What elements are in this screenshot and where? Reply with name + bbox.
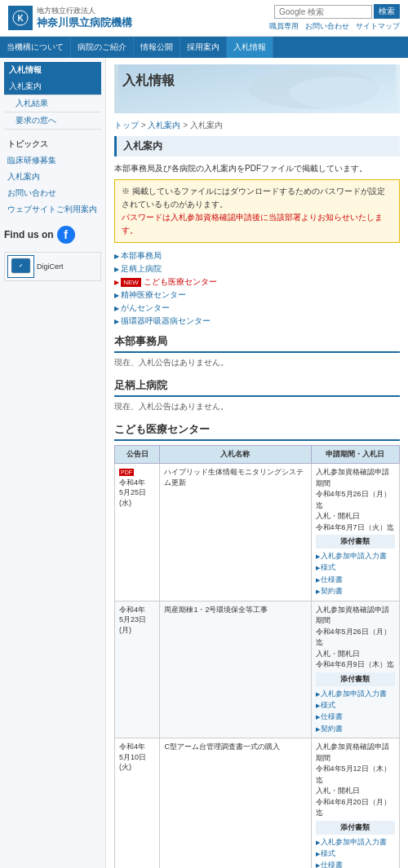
dept-kodomo-title: こども医療センター [114,422,400,441]
svg-point-6 [290,77,388,109]
digicert-logo: ✓ [7,255,34,278]
doc-links-3: 入札参加申請入力書 様式 仕様書 契約書 [316,836,396,868]
sidebar-section-topics: トピックス 臨床研修募集 入札案内 お問い合わせ ウェブサイトご利用案内 [4,136,101,218]
quick-link-kodomo[interactable]: NEWこども医療センター [114,275,400,289]
sitemap-link[interactable]: サイトマップ [356,21,400,32]
org-type-label: 地方独立行政法人 [37,6,132,16]
doc-link[interactable]: 入札参加申請入力書 [316,550,396,562]
table-row: PDF 令和4年5月25日(水) ハイブリッド生体情報モニタリングシステム更新 … [115,464,400,601]
sidebar-link-tender[interactable]: 入札案内 [7,172,40,181]
sidebar-link-web[interactable]: ウェブサイトご利用案内 [7,205,97,214]
table-row: 令和4年5月10日(火) C型アーム台管理調査書一式の購入 入札参加資格確認申請… [115,738,400,868]
org-name: 神奈川県立病院機構 [37,16,132,30]
kodomo-table: 公告日 入札名称 申請期間・入札日 PDF 令和4年5月25日(水) ハイブリッ… [114,445,400,868]
th-date-kodomo: 公告日 [115,446,160,464]
nav-info[interactable]: 情報公開 [134,37,180,58]
nav-recruit[interactable]: 採用案内 [180,37,227,58]
new-badge: NEW [121,278,141,287]
doc-links-1: 入札参加申請入力書 様式 仕様書 契約書 [316,550,396,597]
sidebar-link-result[interactable]: 入札結果 [16,99,48,108]
staff-link[interactable]: 職員専用 [269,21,299,32]
row1-date: PDF 令和4年5月25日(水) [115,464,160,601]
doc-link[interactable]: 仕様書 [316,859,396,868]
sidebar-item-request[interactable]: 要求の窓へ [4,112,101,130]
doc-link[interactable]: 様式 [316,562,396,573]
sidebar-topic-web[interactable]: ウェブサイトご利用案内 [4,201,101,218]
row2-name: 周産期棟1・2号環境保全等工事 [160,601,311,738]
nav-about[interactable]: 当機構について [0,37,71,58]
doc-link[interactable]: 仕様書 [316,711,396,722]
breadcrumb-current: 入札案内 [190,121,223,130]
nav-tender[interactable]: 入札情報 [227,37,273,58]
sidebar-item-tender-notice[interactable]: 入札案内 [4,78,101,95]
info-box: ※ 掲載しているファイルにはダウンロードするためのパスワードが設定されているもの… [114,179,400,243]
quick-link-gan[interactable]: がんセンター [114,302,400,315]
sidebar-link-contact[interactable]: お問い合わせ [7,188,56,197]
header-links: 職員専用 お問い合わせ サイトマップ [269,21,400,32]
main-nav: 当機構について 病院のご紹介 情報公開 採用案内 入札情報 [0,37,408,58]
doc-link[interactable]: 仕様書 [316,574,396,585]
svg-text:✓: ✓ [19,263,23,268]
docs-header-1: 添付書類 [316,535,396,549]
sidebar-topic-clinical[interactable]: 臨床研修募集 [4,152,101,169]
intro-text: 本部事務局及び各病院の入札案内をPDFファイルで掲載しています。 [114,163,400,174]
doc-link[interactable]: 契約書 [316,723,396,734]
doc-link[interactable]: 様式 [316,699,396,711]
find-us-section: Find us on f [4,226,101,244]
quick-link-honbu[interactable]: 本部事務局 [114,249,400,262]
logo-icon: K [8,6,33,30]
row3-deadline: 入札参加資格確認申請期間令和4年5月12日（木）迄入札・開札日令和4年6月20日… [311,738,400,868]
row3-date: 令和4年5月10日(火) [115,738,160,868]
sidebar-link-request[interactable]: 要求の窓へ [16,116,56,125]
breadcrumb-top[interactable]: トップ [114,121,139,130]
row1-deadline: 入札参加資格確認申請期間令和4年5月26日（月）迄入札・開札日令和4年6月7日（… [311,464,400,601]
doc-links-2: 入札参加申請入力書 様式 仕様書 契約書 [316,688,396,735]
main-content: 入札情報 トップ > 入札案内 > 入札案内 入札案内 本部事務局及び各病院の入… [106,58,408,868]
logo-text-block: 地方独立行政法人 神奈川県立病院機構 [37,6,132,30]
sidebar-section-tender: 入札情報 入札案内 入札結果 要求の窓へ [4,62,101,130]
doc-link[interactable]: 入札参加申請入力書 [316,836,396,848]
search-input[interactable] [274,5,372,19]
notice-prefix: ※ 掲載しているファイルにはダウンロードするためのパスワードが設定されているもの… [122,187,385,209]
sidebar-link-notice[interactable]: 入札案内 [9,82,42,90]
breadcrumb-section[interactable]: 入札案内 [148,121,180,130]
row2-deadline: 入札参加資格確認申請期間令和4年5月26日（月）迄入札・開札日令和4年6月9日（… [311,601,400,738]
page-title: 入札情報 [122,73,175,90]
content-wrap: 入札情報 入札案内 入札結果 要求の窓へ トピックス 臨床研修募集 入札案内 お… [0,58,408,868]
section-title: 入札案内 [114,136,400,156]
dept-ashigara-title: 足柄上病院 [114,378,400,397]
quick-links: 本部事務局 足柄上病院 NEWこども医療センター 精神医療センター がんセンター… [114,249,400,328]
notice-suffix: パスワードは入札参加資格確認申請後に当該部署よりお知らせいたします。 [122,213,383,235]
sidebar: 入札情報 入札案内 入札結果 要求の窓へ トピックス 臨床研修募集 入札案内 お… [0,58,106,868]
contact-link[interactable]: お問い合わせ [305,21,349,32]
docs-header-3: 添付書類 [316,821,396,835]
sidebar-link-clinical[interactable]: 臨床研修募集 [7,156,56,165]
docs-header-2: 添付書類 [316,672,396,686]
dept-ashigara-no-notice: 現在、入札公告はありません。 [114,401,400,412]
facebook-icon[interactable]: f [57,226,75,244]
sidebar-topic-contact[interactable]: お問い合わせ [4,185,101,201]
page-banner: 入札情報 [114,64,400,113]
find-us-label: Find us on [4,229,54,240]
dept-ashigara: 足柄上病院 現在、入札公告はありません。 [114,378,400,412]
doc-link[interactable]: 様式 [316,848,396,859]
quick-link-seishin[interactable]: 精神医療センター [114,289,400,302]
logo-area: K 地方独立行政法人 神奈川県立病院機構 [8,6,132,30]
th-deadline-kodomo: 申請期間・入札日 [311,446,400,464]
dept-kodomo: こども医療センター 公告日 入札名称 申請期間・入札日 PDF 令和4年5月25… [114,422,400,868]
row1-name: ハイブリッド生体情報モニタリングシステム更新 [160,464,311,601]
svg-text:K: K [17,14,24,23]
doc-link[interactable]: 入札参加申請入力書 [316,688,396,699]
dept-honbu: 本部事務局 現在、入札公告はありません。 [114,334,400,368]
row3-name: C型アーム台管理調査書一式の購入 [160,738,311,868]
quick-link-junkan[interactable]: 循環器呼吸器病センター [114,315,400,328]
search-button[interactable]: 検索 [374,4,400,19]
doc-link[interactable]: 契約書 [316,585,396,597]
sidebar-topic-tender[interactable]: 入札案内 [4,169,101,185]
quick-link-ashigara[interactable]: 足柄上病院 [114,262,400,275]
breadcrumb: トップ > 入札案内 > 入札案内 [114,120,400,131]
digicert-badge[interactable]: ✓ DigiCert [4,252,101,281]
nav-hospital[interactable]: 病院のご紹介 [71,37,134,58]
sidebar-item-tender-result[interactable]: 入札結果 [4,95,101,112]
th-name-kodomo: 入札名称 [160,446,311,464]
